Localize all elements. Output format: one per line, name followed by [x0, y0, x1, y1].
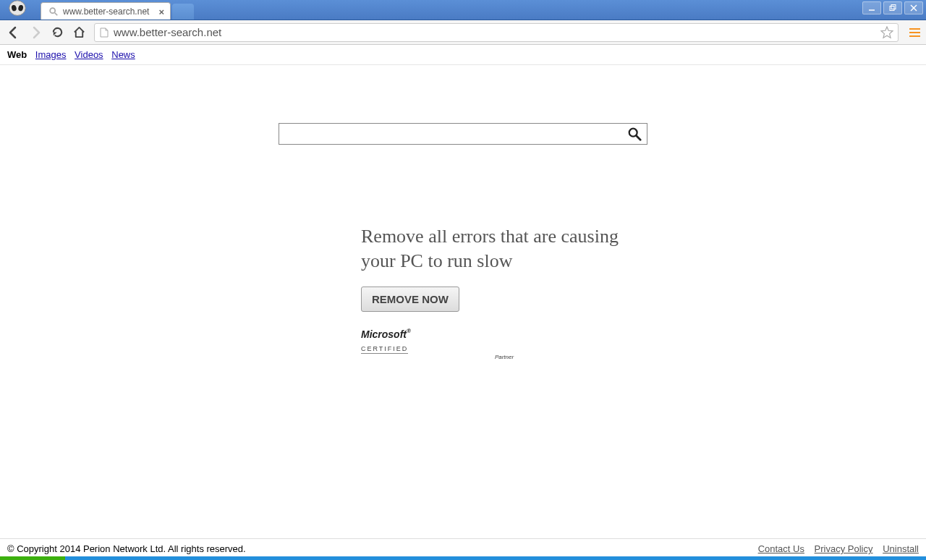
taskbar-sliver — [0, 556, 926, 560]
copyright-text: © Copyright 2014 Perion Network Ltd. All… — [7, 543, 246, 554]
logo-brand: Microsoft — [361, 328, 407, 340]
svg-rect-6 — [890, 7, 894, 11]
footer-link-uninstall[interactable]: Uninstall — [883, 543, 919, 554]
tab-title: www.better-search.net — [63, 7, 149, 17]
page-icon — [99, 27, 109, 38]
advertisement-block: Remove all errors that are causing your … — [279, 224, 647, 360]
bookmark-star-icon[interactable] — [880, 26, 893, 39]
nav-item-news[interactable]: News — [111, 49, 135, 60]
search-box — [279, 123, 647, 145]
page-footer: © Copyright 2014 Perion Network Ltd. All… — [0, 538, 926, 556]
svg-line-4 — [55, 12, 58, 15]
arrow-right-icon — [29, 26, 42, 39]
reload-button[interactable] — [48, 23, 67, 42]
footer-link-contact[interactable]: Contact Us — [758, 543, 804, 554]
logo-partner: Partner — [361, 354, 647, 360]
microsoft-certified-logo: Microsoft® CERTIFIED Partner — [361, 328, 647, 360]
alien-icon — [4, 0, 31, 20]
browser-tab[interactable]: www.better-search.net × — [41, 2, 171, 20]
browser-menu-button[interactable] — [907, 28, 922, 37]
maximize-button[interactable] — [883, 1, 902, 14]
address-bar[interactable] — [94, 23, 899, 42]
minimize-button[interactable] — [862, 1, 881, 14]
svg-rect-7 — [891, 5, 896, 9]
logo-certified: CERTIFIED — [361, 345, 408, 354]
svg-line-11 — [637, 136, 640, 140]
browser-toolbar — [0, 20, 926, 45]
browser-titlebar: www.better-search.net × — [0, 0, 926, 20]
svg-point-3 — [50, 8, 55, 13]
tab-close-button[interactable]: × — [158, 7, 164, 17]
search-button[interactable] — [622, 124, 647, 144]
nav-item-images[interactable]: Images — [35, 49, 67, 60]
nav-item-videos[interactable]: Videos — [75, 49, 103, 60]
arrow-left-icon — [7, 26, 20, 39]
hamburger-icon — [909, 28, 920, 30]
window-controls — [862, 1, 923, 14]
search-input[interactable] — [279, 124, 622, 144]
close-window-button[interactable] — [904, 1, 923, 14]
ad-headline: Remove all errors that are causing your … — [361, 224, 647, 273]
os-logo — [0, 0, 35, 20]
remove-now-button[interactable]: REMOVE NOW — [361, 287, 459, 312]
back-button[interactable] — [4, 23, 23, 42]
forward-button[interactable] — [26, 23, 45, 42]
search-category-nav: Web Images Videos News — [0, 45, 926, 65]
reload-icon — [51, 26, 64, 38]
new-tab-button[interactable] — [172, 4, 194, 20]
footer-link-privacy[interactable]: Privacy Policy — [815, 543, 873, 554]
footer-links: Contact Us Privacy Policy Uninstall — [751, 543, 919, 554]
nav-item-web[interactable]: Web — [7, 49, 27, 60]
address-input[interactable] — [114, 26, 880, 38]
home-button[interactable] — [69, 23, 88, 42]
home-icon — [73, 26, 85, 38]
search-favicon-icon — [48, 7, 59, 17]
search-icon — [627, 127, 642, 141]
page-main: Remove all errors that are causing your … — [0, 65, 926, 360]
